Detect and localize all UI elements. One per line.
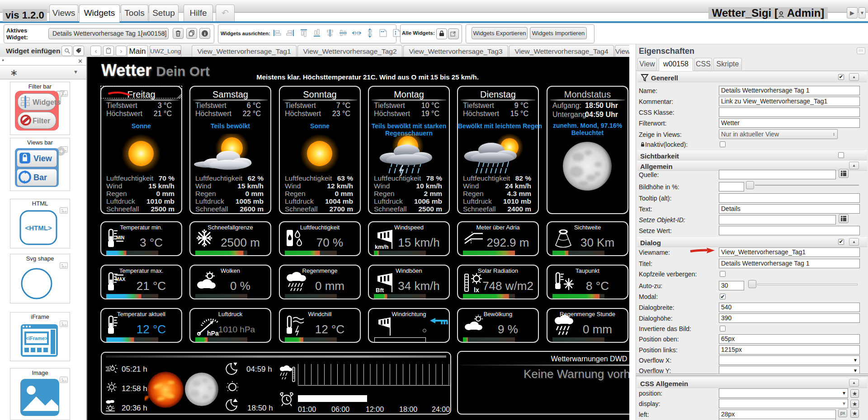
svg-text:i: i [204,31,205,36]
svg-text:km/h: km/h [375,243,388,250]
svg-text:<iFrame>: <iFrame> [26,336,48,341]
svg-text:View: View [33,154,52,163]
svg-text:Widgets: Widgets [33,98,61,106]
svg-text:Filter: Filter [33,117,50,125]
svg-text:Bft: Bft [376,287,384,294]
svg-text:Bar: Bar [33,173,47,182]
svg-text:<HTML>: <HTML> [25,224,52,232]
